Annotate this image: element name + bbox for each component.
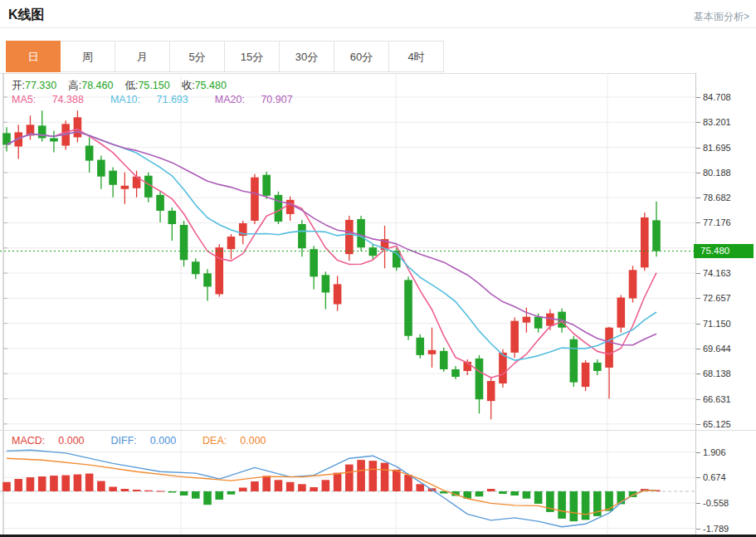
open-value: 77.330 <box>25 80 56 91</box>
axis-tick-label: 68.138 <box>696 368 731 379</box>
dea-value: DEA:0.000 <box>202 435 279 447</box>
low-label: 低: <box>124 80 138 91</box>
open-label: 开: <box>12 80 25 91</box>
axis-tick-label: 65.125 <box>696 418 731 430</box>
axis-tick-label: -0.558 <box>696 497 729 509</box>
tab-月[interactable]: 月 <box>115 41 170 72</box>
header-divider <box>0 27 756 28</box>
period-tabbar: 日周月5分15分30分60分4时 <box>6 41 444 72</box>
tab-日[interactable]: 日 <box>6 41 61 72</box>
fundamental-analysis-link[interactable]: 基本面分析> <box>694 10 749 24</box>
page-title: K线图 <box>8 7 45 24</box>
kline-page: K线图 基本面分析> 日周月5分15分30分60分4时 开:77.330高:78… <box>0 0 756 537</box>
diff-value: DIFF:0.000 <box>111 435 190 447</box>
axis-tick-label: 0.674 <box>696 471 726 483</box>
panel-divider <box>0 430 756 431</box>
axis-tick-label: 69.644 <box>696 343 731 354</box>
tab-5分[interactable]: 5分 <box>170 41 225 72</box>
ohlc-readout: 开:77.330高:78.460低:75.150收:75.480 <box>12 79 238 93</box>
axis-tick-label: 81.695 <box>696 142 731 154</box>
close-label: 收: <box>182 80 195 91</box>
low-value: 75.150 <box>138 80 169 91</box>
last-price-tag: 75.480 <box>694 244 754 258</box>
axis-tick-label: 72.657 <box>696 292 731 304</box>
axis-tick-label: 83.201 <box>696 116 731 128</box>
macd-readout: MACD:0.000DIFF:0.000DEA:0.000 <box>12 435 293 447</box>
macd-value: MACD:0.000 <box>12 435 98 447</box>
axis-tick-label: 66.631 <box>696 393 731 405</box>
axis-tick-label: 74.163 <box>696 267 731 279</box>
axis-tick-label: 78.682 <box>696 192 731 203</box>
axis-tick-label: 1.906 <box>696 447 726 458</box>
ma-readout: MA5: 74.388MA10: 71.693MA20: 70.907 <box>12 94 319 105</box>
high-value: 78.460 <box>81 80 113 91</box>
tab-周[interactable]: 周 <box>61 41 115 72</box>
main-candlestick-chart[interactable] <box>0 73 695 430</box>
axis-tick-label: 80.188 <box>696 167 731 178</box>
axis-tick-label: 84.708 <box>696 91 731 103</box>
tab-30分[interactable]: 30分 <box>280 41 334 72</box>
close-value: 75.480 <box>195 80 227 91</box>
axis-tick-label: 77.176 <box>696 217 731 228</box>
tab-4时[interactable]: 4时 <box>389 41 444 72</box>
ma20-readout: MA20: 70.907 <box>215 94 306 105</box>
axis-tick-label: 71.150 <box>696 318 731 330</box>
price-axis: 75.480 84.70883.20181.69580.18878.68277.… <box>695 73 756 535</box>
axis-tick-label: -1.789 <box>696 523 729 535</box>
ma5-readout: MA5: 74.388 <box>12 94 97 105</box>
tab-15分[interactable]: 15分 <box>225 41 280 72</box>
ma10-readout: MA10: 71.693 <box>110 94 202 105</box>
high-label: 高: <box>68 80 81 91</box>
tab-60分[interactable]: 60分 <box>334 41 389 72</box>
